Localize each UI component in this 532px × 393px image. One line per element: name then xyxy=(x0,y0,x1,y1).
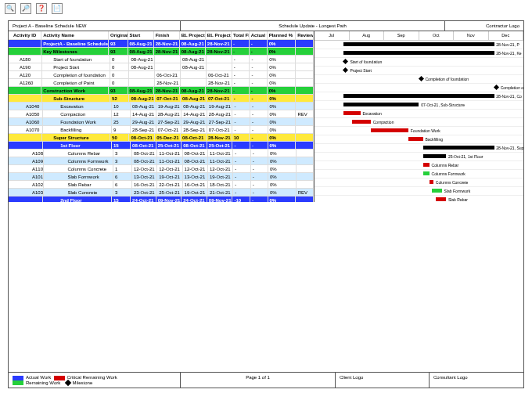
report-footer: Actual Work Critical Remaining Work Rema… xyxy=(9,372,523,388)
grid-row[interactable]: A1100Columns Concrete112-Oct-2112-Oct-21… xyxy=(9,165,314,173)
milestone-icon[interactable] xyxy=(343,59,348,64)
report-header: Project A - Baseline Schedule NEW Schedu… xyxy=(9,21,523,31)
gantt-bar[interactable] xyxy=(343,94,494,98)
col-id[interactable]: Activity ID xyxy=(9,31,41,39)
grid-row[interactable]: A1260Completion of Paint028-Nov-2128-Nov… xyxy=(9,79,314,87)
gantt-bar[interactable] xyxy=(432,189,442,193)
col-name[interactable]: Activity Name xyxy=(41,31,109,39)
gantt-row[interactable]: Columns Formwork xyxy=(315,170,523,178)
grid-row[interactable]: ProjectA - Baseline Schedule NEW9308-Aug… xyxy=(9,40,314,48)
grid-row[interactable]: A1070Backfilling928-Sep-2107-Oct-2128-Se… xyxy=(9,126,314,134)
timescale-month: Nov xyxy=(454,31,489,40)
gantt-row[interactable]: Excavation xyxy=(315,110,523,118)
gantt-row[interactable]: Completion of foundation xyxy=(315,75,523,84)
gantt-row[interactable]: Project Start xyxy=(315,67,523,75)
gantt-row[interactable]: Completion of P xyxy=(315,84,523,92)
col-start[interactable]: Start xyxy=(128,31,154,39)
gantt-row[interactable]: Foundation Work xyxy=(315,127,523,135)
col-actual[interactable]: Actual % xyxy=(250,31,268,39)
milestone-icon[interactable] xyxy=(494,85,499,90)
gantt-bar[interactable] xyxy=(423,163,430,167)
gantt-bar[interactable] xyxy=(430,180,433,184)
footer-page: Page 1 of 1 xyxy=(181,373,336,388)
col-blstart[interactable]: BL Project Start xyxy=(180,31,206,39)
gantt-bar[interactable] xyxy=(423,171,430,175)
col-planned[interactable]: Planned % xyxy=(268,31,296,39)
col-review[interactable]: Review Later xyxy=(296,31,314,39)
gantt-bar-label: Backfilling xyxy=(426,135,444,143)
gantt-row[interactable]: 25-Oct-21, 1st Floor xyxy=(315,153,523,161)
gantt-bar[interactable] xyxy=(423,146,494,150)
footer-client: Client Logo xyxy=(336,373,430,388)
toolbar: 🔍 🔎 ❓ 📄 xyxy=(0,0,532,17)
gantt-bar[interactable] xyxy=(408,137,423,141)
grid-row[interactable]: A1010Slab Formwork613-Oct-2119-Oct-2113-… xyxy=(9,173,314,181)
gantt-bar-label: 28-Nov-21, P xyxy=(496,41,519,49)
gantt-bar[interactable] xyxy=(343,103,419,106)
gantt-row[interactable]: Slab Rebar xyxy=(315,196,523,202)
gantt-row[interactable]: Compaction xyxy=(315,118,523,127)
grid-row[interactable]: A1030Slab Concrete323-Oct-2125-Oct-2119-… xyxy=(9,189,314,196)
gantt-timescale: JulAugSepOctNovDec xyxy=(315,31,523,41)
gantt-row[interactable]: Columns Rebar xyxy=(315,161,523,170)
help-icon[interactable]: ❓ xyxy=(36,3,47,14)
grid-row[interactable]: Construction Work9308-Aug-2128-Nov-2108-… xyxy=(9,87,314,95)
gantt-bar[interactable] xyxy=(343,111,360,115)
gantt-row[interactable]: 28-Nov-21, P xyxy=(315,41,523,49)
gantt-row[interactable]: 07-Oct-21, Sub-Structure xyxy=(315,101,523,110)
gantt-bar[interactable] xyxy=(343,51,494,55)
grid-row[interactable]: 1st Floor1508-Oct-2125-Oct-2108-Oct-2125… xyxy=(9,142,314,150)
gantt-bar[interactable] xyxy=(436,197,446,201)
header-center: Schedule Update - Longest Path xyxy=(181,21,445,31)
gantt-chart: JulAugSepOctNovDec 28-Nov-21, P28-Nov-21… xyxy=(315,31,523,202)
gantt-row[interactable]: 28-Nov-21, Co xyxy=(315,92,523,101)
gantt-bar[interactable] xyxy=(423,154,446,158)
gantt-bar-label: Slab Rebar xyxy=(448,196,468,202)
grid-row[interactable]: Sub-Structure5208-Aug-2107-Oct-2108-Aug-… xyxy=(9,95,314,103)
milestone-icon[interactable] xyxy=(343,67,348,73)
gantt-row[interactable]: 28-Nov-21, Super Struct xyxy=(315,144,523,153)
timescale-month: Dec xyxy=(489,31,524,40)
gantt-row[interactable]: Backfilling xyxy=(315,135,523,144)
zoom-in-icon[interactable]: 🔍 xyxy=(5,3,16,14)
grid-row[interactable]: A180Start of foundation008-Aug-2108-Aug-… xyxy=(9,56,314,63)
gantt-bar-label: Completion of foundation xyxy=(426,75,469,83)
gantt-bar-label: 07-Oct-21, Sub-Structure xyxy=(421,101,465,109)
col-blfinish[interactable]: BL Project Finish xyxy=(206,31,232,39)
gantt-row[interactable]: Start of foundation xyxy=(315,58,523,67)
gantt-bar[interactable] xyxy=(343,42,494,46)
header-right: Contractor Logo xyxy=(445,21,523,31)
col-finish[interactable]: Finish xyxy=(154,31,180,39)
gantt-row[interactable]: Slab Formwork xyxy=(315,187,523,196)
gantt-row[interactable]: Columns Concrete xyxy=(315,178,523,187)
gantt-bar-label: Project Start xyxy=(350,67,372,74)
grid-row[interactable]: A1040Excavation1008-Aug-2119-Aug-2108-Au… xyxy=(9,103,314,110)
gantt-bar[interactable] xyxy=(352,120,371,124)
legend: Actual Work Critical Remaining Work Rema… xyxy=(9,373,181,388)
grid-row[interactable]: A1020Slab Rebar616-Oct-2122-Oct-2116-Oct… xyxy=(9,181,314,189)
gantt-row[interactable]: 28-Nov-21, Ke xyxy=(315,49,523,58)
grid-row[interactable]: 2nd Floor1524-Oct-2109-Nov-2124-Oct-2109… xyxy=(9,196,314,202)
col-tf[interactable]: Total Float xyxy=(232,31,250,39)
grid-row[interactable]: A190Project Start008-Aug-2108-Aug-21--0% xyxy=(9,63,314,71)
gantt-bar[interactable] xyxy=(371,128,408,132)
header-left: Project A - Baseline Schedule NEW xyxy=(9,21,181,31)
timescale-month: Sep xyxy=(384,31,419,40)
zoom-out-icon[interactable]: 🔎 xyxy=(20,3,31,14)
milestone-icon[interactable] xyxy=(418,76,423,81)
gantt-bar-label: Foundation Work xyxy=(411,127,440,135)
grid-row[interactable]: Key Milestones9308-Aug-2128-Nov-2108-Aug… xyxy=(9,48,314,56)
legend-milestone-icon xyxy=(64,380,70,386)
gantt-bar-label: 28-Nov-21, Co xyxy=(496,92,522,100)
col-od[interactable]: Original Duration xyxy=(109,31,128,39)
page-icon[interactable]: 📄 xyxy=(52,3,63,14)
grid-row[interactable]: A1090Columns Formwork308-Oct-2111-Oct-21… xyxy=(9,157,314,165)
legend-remaining-swatch xyxy=(13,380,23,385)
grid-row[interactable]: A1050Compaction1214-Aug-2128-Aug-2114-Au… xyxy=(9,110,314,118)
grid-row[interactable]: A120Completion of foundation006-Oct-2106… xyxy=(9,71,314,79)
timescale-month: Oct xyxy=(419,31,455,40)
gantt-bar-label: Columns Formwork xyxy=(432,170,466,178)
grid-row[interactable]: A1080Columns Rebar308-Oct-2111-Oct-2108-… xyxy=(9,150,314,157)
grid-row[interactable]: Super Structure5008-Oct-2105-Dec-2108-Oc… xyxy=(9,134,314,142)
grid-row[interactable]: A1060Foundation Work2529-Aug-2127-Sep-21… xyxy=(9,118,314,126)
